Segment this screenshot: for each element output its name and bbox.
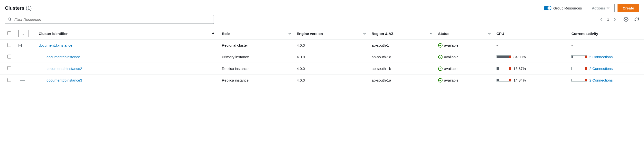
svg-point-0 — [8, 18, 11, 20]
cpu-cell: 14.84% — [494, 74, 568, 86]
table-row: documentdbinstance2Replica instance4.0.0… — [0, 63, 644, 74]
sort-caret-icon — [488, 31, 491, 36]
cpu-value: 14.84% — [514, 78, 526, 82]
col-region[interactable]: Region & AZ — [369, 28, 435, 39]
identifier-link[interactable]: documentdbinstance — [46, 55, 80, 59]
search-icon — [8, 17, 12, 22]
status-cell: available — [435, 39, 494, 51]
row-checkbox[interactable] — [7, 55, 11, 58]
collapse-all-button[interactable]: − — [18, 30, 28, 37]
next-page-button[interactable] — [613, 17, 616, 21]
activity-cell: 5 Connections — [568, 51, 644, 63]
engine-cell: 4.0.0 — [294, 63, 369, 74]
region-cell: ap-south-1b — [369, 63, 435, 74]
activity-bar — [571, 55, 587, 58]
chevron-left-icon — [600, 17, 603, 21]
table-row: documentdbinstancePrimary instance4.0.0a… — [0, 51, 644, 63]
activity-cell: 2 Connections — [568, 63, 644, 74]
group-resources-label: Group Resources — [553, 6, 582, 10]
connections-link[interactable]: 2 Connections — [589, 78, 613, 82]
identifier-link[interactable]: documentdbinstance — [39, 43, 72, 47]
refresh-icon — [634, 17, 639, 22]
refresh-button[interactable] — [634, 17, 639, 22]
svg-point-2 — [626, 19, 627, 20]
sort-caret-icon — [288, 31, 291, 36]
filter-box[interactable] — [5, 15, 214, 24]
role-cell: Regional cluster — [219, 39, 294, 51]
region-cell: ap-south-1c — [369, 51, 435, 63]
row-checkbox[interactable] — [7, 43, 11, 47]
engine-cell: 4.0.0 — [294, 51, 369, 63]
clusters-table: − Cluster identifier Role Engine version — [0, 28, 644, 86]
cpu-cell: - — [494, 39, 568, 51]
sort-caret-icon — [363, 31, 366, 36]
settings-button[interactable] — [624, 17, 628, 22]
role-cell: Primary instance — [219, 51, 294, 63]
connections-link[interactable]: 5 Connections — [589, 55, 613, 59]
col-activity: Current activity — [568, 28, 644, 39]
svg-line-1 — [10, 20, 12, 21]
sort-caret-icon — [430, 31, 432, 36]
status-ok-icon — [438, 66, 442, 71]
engine-cell: 4.0.0 — [294, 39, 369, 51]
cpu-bar — [496, 79, 511, 82]
region-cell: ap-south-1a — [369, 74, 435, 86]
col-role[interactable]: Role — [219, 28, 294, 39]
resource-count: (1) — [26, 5, 32, 11]
role-cell: Replica instance — [219, 63, 294, 74]
cpu-bar — [496, 67, 511, 70]
engine-cell: 4.0.0 — [294, 74, 369, 86]
activity-cell: 2 Connections — [568, 74, 644, 86]
status-ok-icon — [438, 55, 442, 59]
caret-down-icon — [606, 7, 610, 9]
table-row: −documentdbinstanceRegional cluster4.0.0… — [0, 39, 644, 51]
chevron-right-icon — [613, 17, 616, 21]
col-identifier[interactable]: Cluster identifier — [36, 28, 219, 39]
group-resources-toggle[interactable] — [544, 6, 552, 10]
sort-asc-icon — [212, 31, 214, 34]
select-all-checkbox[interactable] — [7, 31, 11, 35]
row-checkbox[interactable] — [7, 66, 11, 70]
status-cell: available — [435, 74, 494, 86]
connections-link[interactable]: 2 Connections — [589, 66, 613, 71]
prev-page-button[interactable] — [600, 17, 603, 21]
col-cpu: CPU — [494, 28, 568, 39]
gear-icon — [624, 17, 628, 22]
page-title: Clusters — [5, 5, 24, 11]
cpu-value: 15.37% — [514, 66, 526, 71]
create-button[interactable]: Create — [618, 4, 639, 12]
role-cell: Replica instance — [219, 74, 294, 86]
collapse-cluster-button[interactable]: − — [18, 44, 22, 47]
region-cell: ap-south-1 — [369, 39, 435, 51]
actions-label: Actions — [592, 6, 605, 10]
table-row: documentdbinstance3Replica instance4.0.0… — [0, 74, 644, 86]
page-header: Clusters (1) Group Resources Actions Cre… — [0, 0, 644, 15]
activity-bar — [571, 67, 587, 70]
cpu-cell: 84.99% — [494, 51, 568, 63]
cpu-value: 84.99% — [514, 55, 526, 59]
col-status[interactable]: Status — [435, 28, 494, 39]
cpu-cell: 15.37% — [494, 63, 568, 74]
page-number: 1 — [607, 17, 609, 22]
status-ok-icon — [438, 78, 442, 83]
identifier-link[interactable]: documentdbinstance3 — [46, 78, 82, 82]
pagination: 1 — [600, 17, 616, 22]
activity-cell: - — [568, 39, 644, 51]
status-cell: available — [435, 63, 494, 74]
search-input[interactable] — [12, 17, 211, 22]
create-label: Create — [622, 6, 634, 10]
status-ok-icon — [438, 43, 442, 48]
identifier-link[interactable]: documentdbinstance2 — [46, 66, 82, 71]
cpu-bar — [496, 55, 511, 58]
actions-button[interactable]: Actions — [587, 4, 614, 12]
row-checkbox[interactable] — [7, 78, 11, 82]
status-cell: available — [435, 51, 494, 63]
activity-bar — [571, 79, 587, 82]
col-engine[interactable]: Engine version — [294, 28, 369, 39]
